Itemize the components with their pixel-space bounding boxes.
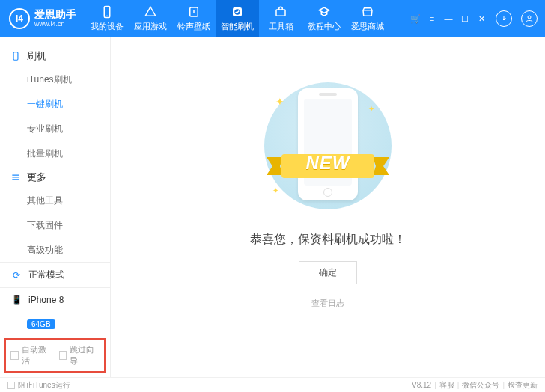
phone-icon [10,51,21,61]
sidebar-item-batch-flash[interactable]: 批量刷机 [27,141,110,166]
view-log-link[interactable]: 查看日志 [311,298,344,309]
nav-ringtones[interactable]: 铃声壁纸 [172,0,216,37]
device-mode: 正常模式 [28,269,64,281]
apps-icon [144,5,157,19]
sidebar: 刷机 iTunes刷机 一键刷机 专业刷机 批量刷机 更多 其他工具 下载固件 … [0,37,111,377]
phone-illustration [298,88,358,200]
brand-title: 爱思助手 [34,9,76,20]
group-title: 更多 [27,171,46,184]
sparkle-icon: ✦ [275,96,284,108]
user-button[interactable] [521,10,538,27]
block-itunes-checkbox[interactable]: 阻止iTunes运行 [7,380,70,391]
sidebar-item-itunes-flash[interactable]: iTunes刷机 [27,67,110,92]
checkbox-label: 自动激活 [22,344,52,367]
sidebar-item-other-tools[interactable]: 其他工具 [27,189,110,213]
cart-icon[interactable]: 🛒 [410,13,421,24]
maximize-button[interactable]: ☐ [460,13,470,24]
nav-tutorials[interactable]: 教程中心 [302,0,346,37]
main-content: ✦ ✦ ✦ NEW 恭喜您，保资料刷机成功啦！ 确定 查看日志 [111,37,545,377]
device-mode-row[interactable]: ⟳ 正常模式 [0,263,110,287]
sidebar-item-advanced[interactable]: 高级功能 [27,238,110,262]
new-badge: NEW [246,153,410,174]
nav-apps[interactable]: 应用游戏 [129,0,172,37]
sidebar-item-oneclick-flash[interactable]: 一键刷机 [27,92,110,117]
logo: i4 爱思助手 www.i4.cn [0,8,85,29]
device-icon [100,5,114,19]
success-illustration: ✦ ✦ ✦ NEW [246,75,410,217]
menu-icon[interactable]: ≡ [427,13,437,24]
nav-flash[interactable]: 智能刷机 [216,0,259,37]
nav-label: 爱思商城 [351,21,384,32]
sidebar-group-flash[interactable]: 刷机 [0,45,110,67]
sidebar-group-more[interactable]: 更多 [0,166,110,189]
nav-my-device[interactable]: 我的设备 [85,0,129,37]
update-link[interactable]: 检查更新 [508,380,538,391]
sidebar-item-pro-flash[interactable]: 专业刷机 [27,117,110,141]
statusbar: 阻止iTunes运行 V8.12 | 客服 | 微信公众号 | 检查更新 [0,377,545,392]
refresh-icon: ⟳ [10,269,22,281]
book-icon [317,5,331,19]
logo-icon: i4 [9,8,30,29]
device-panel: ⟳ 正常模式 📱 iPhone 8 64GB 自动激活 跳过向导 [0,262,110,377]
download-button[interactable] [496,10,512,27]
version-label: V8.12 [412,381,431,389]
confirm-button[interactable]: 确定 [299,261,357,284]
group-title: 刷机 [27,49,46,63]
list-icon [10,172,21,183]
nav-toolbox[interactable]: 工具箱 [259,0,302,37]
sidebar-item-download-firmware[interactable]: 下载固件 [27,213,110,238]
auto-activate-checkbox[interactable]: 自动激活 [10,344,52,367]
nav-label: 应用游戏 [134,21,167,32]
toolbox-icon [274,5,287,19]
sparkle-icon: ✦ [368,105,374,113]
nav-label: 智能刷机 [221,21,254,32]
nav-label: 工具箱 [269,21,293,32]
device-name: iPhone 8 [28,295,64,305]
minimize-button[interactable]: — [443,13,454,24]
sparkle-icon: ✦ [272,186,278,195]
svg-rect-7 [13,52,18,61]
checkbox-label: 跳过向导 [70,344,100,367]
nav-label: 我的设备 [91,21,124,32]
close-button[interactable]: ✕ [476,13,487,24]
wechat-link[interactable]: 微信公众号 [462,380,499,391]
svg-point-1 [106,16,108,17]
support-link[interactable]: 客服 [439,380,454,391]
phone-small-icon: 📱 [10,294,22,306]
checkbox-label: 阻止iTunes运行 [18,380,70,391]
storage-badge: 64GB [27,319,55,329]
note-icon [187,5,201,19]
shop-icon [361,5,374,19]
options-box: 自动激活 跳过向导 [4,338,106,373]
nav-label: 教程中心 [308,21,341,32]
device-info-row[interactable]: 📱 iPhone 8 64GB [0,287,110,335]
skip-guide-checkbox[interactable]: 跳过向导 [59,344,100,367]
flash-icon [231,5,244,19]
nav-shop[interactable]: 爱思商城 [346,0,389,37]
success-message: 恭喜您，保资料刷机成功啦！ [250,232,406,248]
titlebar: i4 爱思助手 www.i4.cn 我的设备 应用游戏 铃声壁纸 智能刷机 工具… [0,0,545,37]
nav-label: 铃声壁纸 [177,21,210,32]
svg-rect-5 [276,10,285,16]
svg-point-6 [528,16,531,19]
brand-subtitle: www.i4.cn [34,21,76,28]
